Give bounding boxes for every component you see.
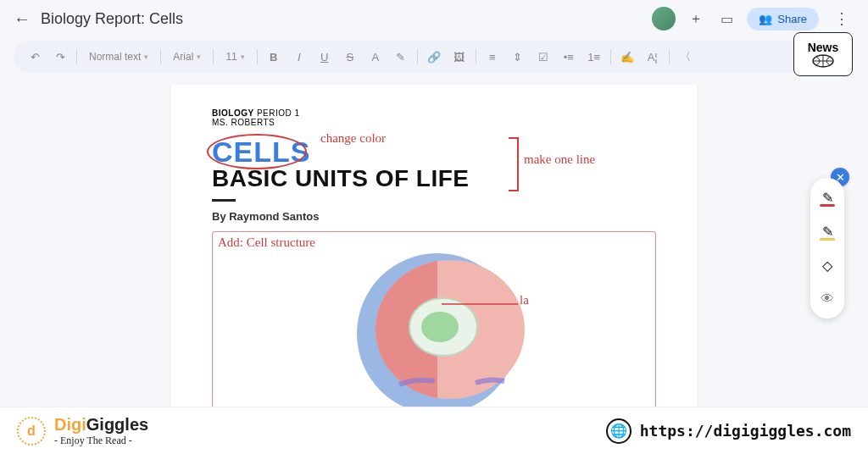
more-menu-icon[interactable]: ⋮ (829, 9, 854, 28)
teacher-line: MS. ROBERTS (212, 118, 656, 127)
font-size-select[interactable]: 11▾ (219, 51, 251, 63)
italic-button[interactable]: I (288, 46, 310, 68)
news-badge-label: News (808, 41, 839, 54)
document-page[interactable]: BIOLOGY PERIOD 1 MS. ROBERTS CELLS chang… (171, 85, 697, 433)
plus-icon[interactable]: ＋ (686, 8, 706, 29)
highlight-button[interactable]: ✎ (390, 46, 412, 68)
strikethrough-button[interactable]: S (339, 46, 361, 68)
byline: By Raymond Santos (212, 210, 656, 223)
site-url[interactable]: https://digigiggles.com (640, 422, 851, 440)
people-icon: 👥 (759, 13, 772, 25)
doc-title[interactable]: Biology Report: Cells (41, 10, 183, 28)
dictate-button[interactable]: A¦ (642, 46, 664, 68)
numbered-list-button[interactable]: 1≡ (583, 46, 605, 68)
digigiggles-logo-icon: d (17, 417, 46, 446)
font-select[interactable]: Arial▾ (166, 51, 208, 63)
cell-illustration (348, 249, 526, 418)
news-badge: News (793, 32, 853, 76)
cell-figure: Add: Cell structure (212, 231, 656, 409)
bold-button[interactable]: B (263, 46, 285, 68)
bullet-list-button[interactable]: •≡ (558, 46, 580, 68)
insert-image-button[interactable]: 🖼 (448, 46, 470, 68)
bracket-annotation (509, 137, 519, 191)
collapse-toolbar-button[interactable]: 〈 (675, 46, 697, 68)
highlighter-tool[interactable]: ✎ (816, 220, 838, 242)
markup-tool-button[interactable]: ✍ (616, 46, 638, 68)
underline-button[interactable]: U (314, 46, 336, 68)
formatting-toolbar: ↶ ↷ Normal text▾ Arial▾ 11▾ B I U S A ✎ … (14, 41, 854, 73)
title-line-2: BASIC UNITS OF LIFE (212, 165, 656, 192)
avatar[interactable] (652, 7, 676, 30)
circle-annotation (207, 134, 307, 169)
redo-button[interactable]: ↷ (49, 46, 71, 68)
share-button[interactable]: 👥 Share (747, 8, 819, 30)
style-select[interactable]: Normal text▾ (82, 51, 155, 63)
globe-icon: 🌐 (606, 418, 632, 444)
annotation-change-color: change color (320, 131, 386, 146)
brand-name: DigiGiggles (54, 415, 148, 435)
hide-markup-tool[interactable]: 👁 (816, 288, 838, 310)
insert-link-button[interactable]: 🔗 (423, 46, 445, 68)
checklist-button[interactable]: ☑ (532, 46, 554, 68)
course-line: BIOLOGY PERIOD 1 (212, 108, 656, 118)
brand-tagline: - Enjoy The Read - (54, 435, 148, 447)
line-spacing-button[interactable]: ⇕ (507, 46, 529, 68)
text-color-button[interactable]: A (364, 46, 387, 68)
pen-red-tool[interactable]: ✎ (816, 186, 838, 208)
markup-toolbar: ✎ ✎ ◇ 👁 (810, 178, 844, 318)
align-button[interactable]: ≡ (481, 46, 504, 68)
undo-button[interactable]: ↶ (24, 46, 46, 68)
back-arrow-icon[interactable]: ← (14, 9, 31, 29)
share-label: Share (777, 13, 807, 25)
eraser-tool[interactable]: ◇ (816, 254, 838, 276)
annotation-make-one-line: make one line (524, 152, 595, 167)
annotation-label-la: la (520, 293, 529, 307)
site-footer: d DigiGiggles - Enjoy The Read - 🌐 https… (0, 407, 868, 454)
divider (212, 199, 236, 202)
comment-history-icon[interactable]: ▭ (716, 8, 737, 29)
annotation-add-structure: Add: Cell structure (218, 235, 315, 250)
